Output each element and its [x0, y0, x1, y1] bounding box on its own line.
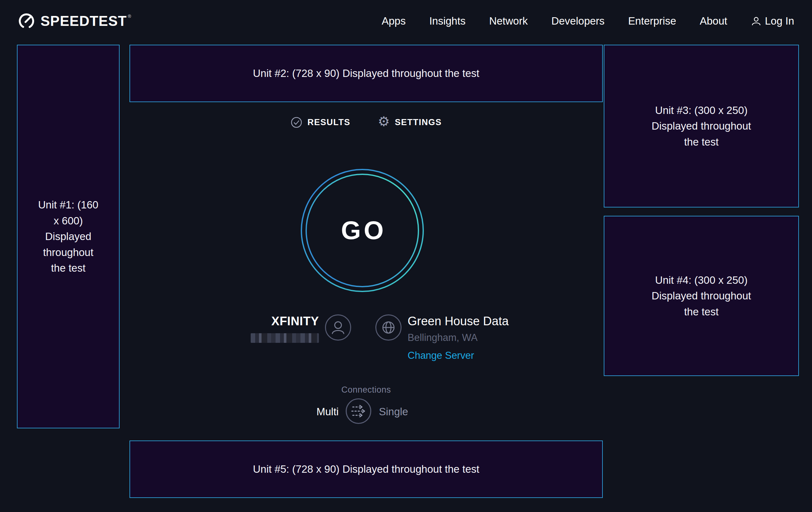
tabs-row: RESULTS ⚙ SETTINGS [129, 115, 603, 129]
nav-item-network[interactable]: Network [489, 15, 528, 27]
connections-single-option[interactable]: Single [379, 406, 408, 418]
server-info: Green House Data Bellingham, WA Change S… [408, 314, 509, 361]
go-button[interactable]: GO [300, 168, 425, 293]
gear-icon: ⚙ [378, 115, 390, 128]
ad-unit-1-skyscraper[interactable]: Unit #1: (160 x 600) Displayed throughou… [17, 45, 120, 428]
ad-unit-4-rectangle[interactable]: Unit #4: (300 x 250) Displayed throughou… [604, 216, 799, 376]
nav-item-developers[interactable]: Developers [551, 15, 605, 27]
connections-label: Connections [129, 385, 603, 395]
speedometer-gauge-icon [18, 12, 35, 30]
isp-address-redacted [251, 333, 319, 343]
ad-unit-5-text: Unit #5: (728 x 90) Displayed throughout… [253, 461, 480, 477]
globe-icon [375, 314, 402, 341]
connections-multi-option[interactable]: Multi [316, 406, 339, 418]
logo-trademark: ® [128, 14, 132, 19]
ad-unit-4-text: Unit #4: (300 x 250) Displayed throughou… [645, 272, 757, 320]
login-label: Log In [765, 15, 794, 27]
login-button[interactable]: Log In [751, 15, 794, 27]
connections-toggle-icon[interactable] [345, 398, 372, 426]
tab-results-label: RESULTS [308, 117, 350, 127]
nav-item-apps[interactable]: Apps [382, 15, 406, 27]
ad-unit-5-leaderboard[interactable]: Unit #5: (728 x 90) Displayed throughout… [129, 440, 603, 498]
speedtest-page: SPEEDTEST ® Apps Insights Network Develo… [0, 0, 812, 512]
isp-server-row: XFINITY Green House Data Bellingham, WA … [250, 314, 509, 361]
ad-unit-2-leaderboard[interactable]: Unit #2: (728 x 90) Displayed throughout… [129, 45, 603, 102]
tab-settings-label: SETTINGS [395, 117, 442, 127]
nav-item-insights[interactable]: Insights [429, 15, 466, 27]
change-server-link[interactable]: Change Server [408, 350, 474, 361]
server-location: Bellingham, WA [408, 332, 477, 344]
connections-row: Multi Single [126, 398, 599, 426]
check-circle-icon [291, 116, 302, 128]
ad-unit-2-text: Unit #2: (728 x 90) Displayed throughout… [253, 65, 480, 81]
go-button-label: GO [300, 168, 425, 293]
isp-avatar-icon [325, 314, 351, 341]
header: SPEEDTEST ® Apps Insights Network Develo… [0, 0, 812, 42]
server-name: Green House Data [408, 314, 509, 328]
ad-unit-1-text: Unit #1: (160 x 600) Displayed throughou… [37, 197, 99, 276]
user-icon [751, 16, 762, 26]
isp-name: XFINITY [271, 314, 319, 328]
logo-wordmark: SPEEDTEST [40, 13, 127, 29]
nav-item-enterprise[interactable]: Enterprise [628, 15, 676, 27]
speedtest-logo[interactable]: SPEEDTEST ® [18, 12, 132, 30]
isp-info: XFINITY [250, 314, 319, 343]
tab-settings[interactable]: ⚙ SETTINGS [378, 115, 442, 129]
tab-results[interactable]: RESULTS [291, 116, 350, 128]
nav-item-about[interactable]: About [700, 15, 727, 27]
ad-unit-3-text: Unit #3: (300 x 250) Displayed throughou… [645, 103, 757, 150]
ad-unit-3-rectangle[interactable]: Unit #3: (300 x 250) Displayed throughou… [604, 45, 799, 208]
main-nav: Apps Insights Network Developers Enterpr… [382, 15, 794, 27]
